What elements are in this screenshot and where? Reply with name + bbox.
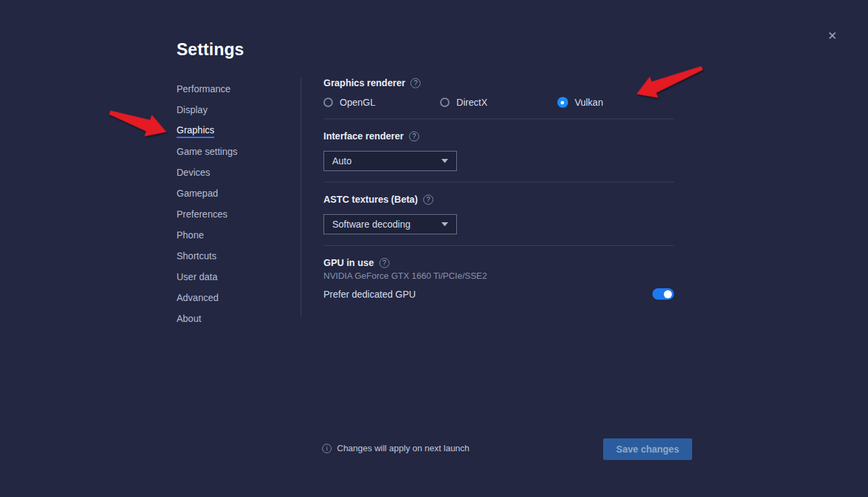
graphics-renderer-label: Graphics renderer ?	[323, 77, 421, 88]
chevron-down-icon	[441, 222, 448, 226]
help-icon[interactable]: ?	[410, 78, 421, 88]
radio-circle-icon	[323, 98, 333, 107]
prefer-dedicated-gpu-row: Prefer dedicated GPU	[323, 288, 674, 300]
chevron-down-icon	[441, 159, 448, 163]
radio-circle-icon	[440, 98, 450, 107]
close-icon[interactable]: ✕	[825, 29, 840, 44]
help-icon[interactable]: ?	[423, 195, 433, 205]
help-icon[interactable]: ?	[409, 131, 419, 141]
gpu-name: NVIDIA GeForce GTX 1660 Ti/PCIe/SSE2	[323, 271, 487, 281]
gpu-in-use-label: GPU in use ?	[323, 257, 390, 268]
interface-renderer-dropdown[interactable]: Auto	[323, 151, 457, 171]
astc-textures-dropdown[interactable]: Software decoding	[323, 214, 457, 234]
radio-vulkan[interactable]: Vulkan	[557, 97, 674, 108]
info-icon: i	[322, 444, 332, 453]
radio-opengl[interactable]: OpenGL	[323, 97, 440, 108]
sidebar-item-shortcuts[interactable]: Shortcuts	[177, 246, 284, 267]
settings-sidebar: Performance Display Graphics Game settin…	[177, 79, 284, 329]
sidebar-item-about[interactable]: About	[177, 308, 284, 329]
section-divider	[323, 245, 674, 246]
page-title: Settings	[177, 40, 244, 59]
help-icon[interactable]: ?	[379, 258, 390, 268]
radio-directx[interactable]: DirectX	[440, 97, 557, 108]
sidebar-item-phone[interactable]: Phone	[177, 225, 284, 246]
toggle-knob	[664, 290, 672, 298]
prefer-dedicated-gpu-label: Prefer dedicated GPU	[323, 289, 416, 300]
sidebar-item-advanced[interactable]: Advanced	[177, 288, 284, 308]
section-divider	[323, 182, 674, 183]
sidebar-item-preferences[interactable]: Preferences	[177, 204, 284, 225]
red-arrow-to-graphics	[106, 102, 170, 143]
graphics-renderer-radio-group: OpenGL DirectX Vulkan	[323, 97, 674, 108]
sidebar-item-graphics[interactable]: Graphics	[177, 121, 284, 141]
radio-circle-icon	[557, 97, 568, 108]
sidebar-item-devices[interactable]: Devices	[177, 162, 284, 183]
sidebar-item-display[interactable]: Display	[177, 100, 284, 121]
sidebar-item-gamepad[interactable]: Gamepad	[177, 183, 284, 204]
annotation-arrows	[0, 0, 868, 497]
footer-notice: i Changes will apply on next launch	[322, 443, 470, 453]
interface-renderer-label: Interface renderer ?	[323, 131, 419, 141]
prefer-dedicated-gpu-toggle[interactable]	[652, 288, 674, 300]
sidebar-item-user-data[interactable]: User data	[177, 267, 284, 288]
sidebar-item-game-settings[interactable]: Game settings	[177, 141, 284, 162]
sidebar-item-performance[interactable]: Performance	[177, 79, 284, 100]
vertical-divider	[301, 77, 301, 317]
save-changes-button[interactable]: Save changes	[603, 438, 692, 460]
astc-textures-label: ASTC textures (Beta) ?	[323, 194, 433, 205]
section-divider	[323, 119, 674, 119]
